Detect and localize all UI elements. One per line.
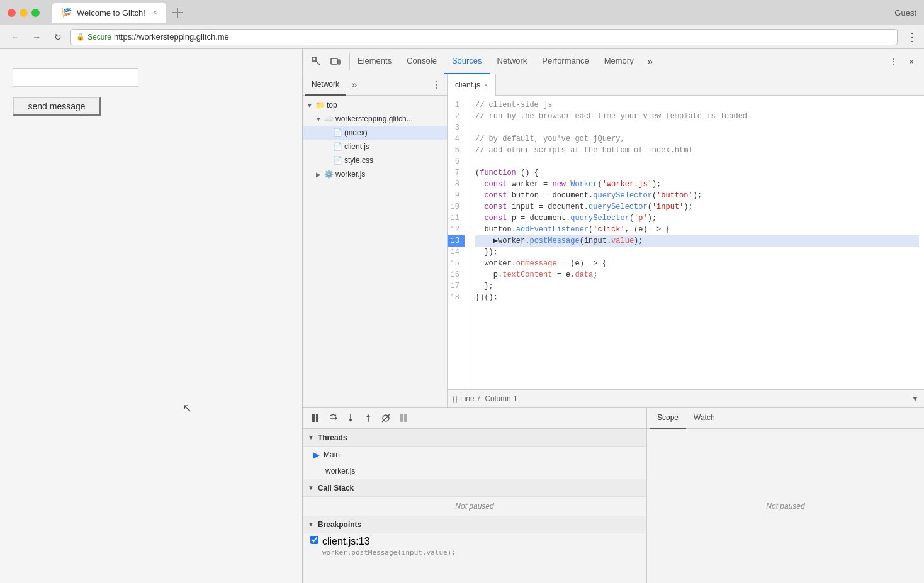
tree-label-domain: workerstepping.glitch... [335, 114, 413, 123]
tab-memory[interactable]: Memory [597, 49, 641, 74]
code-line-10: const input = document.querySelector('in… [475, 201, 919, 213]
new-tab-btn[interactable] [169, 4, 186, 21]
deactivate-breakpoints-btn[interactable] [378, 411, 393, 426]
line-num-17: 17 [448, 280, 465, 292]
title-bar: 🎏 Welcome to Glitch! × Guest [0, 0, 924, 25]
inspector-icon[interactable] [308, 53, 325, 70]
debugger-panel: ▼ Threads ▶ Main worker.js [303, 408, 647, 583]
code-editor-area[interactable]: 1 2 3 4 5 6 7 8 9 10 11 [448, 96, 924, 389]
content-area: send message ↖ Elements [0, 49, 924, 583]
tree-arrow-domain[interactable]: ▼ [314, 114, 323, 123]
svg-rect-18 [404, 414, 407, 422]
call-stack-section-header[interactable]: ▼ Call Stack [303, 479, 646, 497]
tree-item-workerjs[interactable]: ▶ ⚙️ worker.js [303, 167, 447, 181]
tab-network[interactable]: Network [490, 49, 535, 74]
panel-tab-network[interactable]: Network [305, 74, 346, 96]
step-over-btn[interactable] [325, 411, 341, 426]
step-out-btn[interactable] [361, 411, 376, 426]
code-line-11: const p = document.querySelector('p'); [475, 213, 919, 224]
breakpoints-section-header[interactable]: ▼ Breakpoints [303, 516, 646, 533]
watch-tab[interactable]: Watch [686, 408, 723, 429]
line-num-10: 10 [448, 201, 465, 213]
tab-elements[interactable]: Elements [350, 49, 399, 74]
line-num-3: 3 [448, 122, 465, 133]
tab-performance[interactable]: Performance [534, 49, 596, 74]
maximize-traffic-light[interactable] [31, 9, 40, 17]
browser-tab[interactable]: 🎏 Welcome to Glitch! × [52, 3, 166, 23]
breakpoint-checkbox-0[interactable] [310, 536, 318, 544]
code-line-17: }; [475, 280, 919, 292]
tree-arrow-workerjs[interactable]: ▶ [314, 170, 323, 179]
tree-arrow-top[interactable]: ▼ [305, 101, 314, 109]
svg-marker-10 [335, 416, 337, 420]
nav-bar: ← → ↻ 🔒 Secure https://workerstepping.gl… [0, 25, 924, 49]
devtools-panel: Elements Console Sources Network Perform… [302, 49, 924, 583]
editor-panel: client.js × 1 2 3 4 5 6 [448, 74, 924, 407]
pause-on-exceptions-btn[interactable] [396, 411, 411, 426]
cursor-indicator: ↖ [183, 401, 192, 415]
tab-close-btn[interactable]: × [153, 8, 157, 17]
js-file-icon: 📄 [333, 142, 343, 151]
call-stack-arrow: ▼ [308, 484, 314, 491]
tab-console[interactable]: Console [399, 49, 444, 74]
line-num-11: 11 [448, 213, 465, 224]
secure-icon: 🔒 [76, 33, 85, 41]
message-input[interactable] [13, 68, 138, 87]
editor-status-bar: {} Line 7, Column 1 ▼ [448, 389, 924, 407]
step-into-btn[interactable] [343, 411, 358, 426]
code-line-12: button.addEventListener('click', (e) => … [475, 224, 919, 235]
devtools-panels: Network » ⋮ ▼ 📁 top [303, 74, 924, 407]
devtools-close-btn[interactable]: × [904, 54, 919, 69]
line-num-9: 9 [448, 190, 465, 201]
tree-item-index[interactable]: 📄 (index) [303, 126, 447, 140]
tree-arrow-index [323, 128, 332, 137]
status-position: Line 7, Column 1 [460, 394, 517, 403]
back-btn[interactable]: ← [6, 28, 24, 46]
pause-btn[interactable] [308, 411, 323, 426]
page-content: send message ↖ [0, 49, 302, 583]
svg-marker-12 [349, 419, 352, 422]
tree-item-stylecss[interactable]: 📄 style.css [303, 153, 447, 167]
close-traffic-light[interactable] [8, 9, 16, 17]
svg-rect-7 [316, 414, 318, 422]
tree-item-top[interactable]: ▼ 📁 top [303, 98, 447, 112]
scope-watch-panel: Scope Watch Not paused [647, 408, 924, 583]
browser-menu-btn[interactable]: ⋮ [906, 30, 918, 44]
editor-tab-label: client.js [455, 81, 480, 89]
scope-tab[interactable]: Scope [650, 408, 686, 429]
thread-workerjs[interactable]: worker.js [303, 463, 646, 479]
line-num-7: 7 [448, 167, 465, 179]
editor-tab-clientjs[interactable]: client.js × [448, 74, 496, 96]
worker-icon: ⚙️ [324, 170, 334, 179]
thread-main[interactable]: ▶ Main [303, 447, 646, 463]
panel-tab-menu-btn[interactable]: ⋮ [429, 77, 444, 92]
threads-section-header[interactable]: ▼ Threads [303, 429, 646, 447]
devtools-main: Network » ⋮ ▼ 📁 top [303, 74, 924, 583]
line-num-2: 2 [448, 111, 465, 122]
device-toggle-icon[interactable] [327, 53, 344, 70]
tree-item-clientjs[interactable]: 📄 client.js [303, 140, 447, 153]
status-expand-btn[interactable]: ▼ [911, 394, 919, 403]
reload-btn[interactable]: ↻ [49, 28, 67, 46]
cloud-icon: ☁️ [324, 114, 334, 123]
devtools-icon-group [303, 53, 350, 70]
svg-rect-17 [400, 414, 403, 422]
thread-workerjs-label: worker.js [325, 467, 355, 475]
panel-tab-more-btn[interactable]: » [347, 77, 362, 92]
call-stack-title: Call Stack [318, 484, 354, 492]
tree-arrow-stylecss [323, 156, 332, 165]
forward-btn[interactable]: → [28, 28, 45, 46]
editor-tab-close-btn[interactable]: × [484, 81, 488, 89]
secure-label: Secure [87, 33, 111, 42]
tree-item-domain[interactable]: ▼ ☁️ workerstepping.glitch... [303, 112, 447, 126]
tab-sources[interactable]: Sources [444, 49, 490, 74]
address-bar[interactable]: 🔒 Secure https://workerstepping.glitch.m… [70, 29, 898, 45]
devtools-more-btn[interactable]: ⋮ [886, 54, 901, 69]
minimize-traffic-light[interactable] [20, 9, 28, 17]
file-tree: ▼ 📁 top ▼ ☁️ workerstepping.glitch... [303, 96, 447, 407]
more-tabs-btn[interactable]: » [641, 49, 659, 74]
line-num-8: 8 [448, 179, 465, 190]
send-message-button[interactable]: send message [13, 97, 101, 116]
line-num-4: 4 [448, 133, 465, 145]
svg-rect-2 [312, 57, 316, 61]
